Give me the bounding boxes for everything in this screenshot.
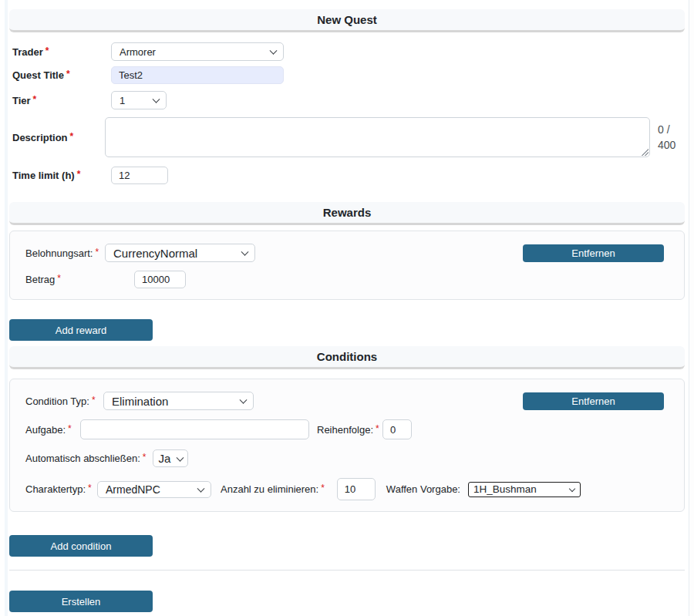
chevron-down-icon bbox=[240, 396, 248, 404]
weapon-select-value: 1H_Bushman bbox=[473, 483, 537, 495]
quest-title-input[interactable] bbox=[111, 66, 284, 84]
scrollbar[interactable] bbox=[689, 0, 694, 616]
condition-type-label: Condition Typ:* bbox=[25, 396, 103, 407]
reward-amount-input[interactable] bbox=[134, 271, 186, 288]
required-asterisk: * bbox=[33, 94, 37, 105]
required-asterisk: * bbox=[88, 483, 92, 493]
condition-card: Condition Typ:* Elimination Entfernen Au… bbox=[9, 379, 685, 512]
tier-label: Tier* bbox=[9, 95, 111, 106]
reward-type-select-value: CurrencyNormal bbox=[113, 247, 197, 260]
new-quest-section-header: New Quest bbox=[9, 9, 685, 32]
required-asterisk: * bbox=[45, 45, 49, 56]
add-reward-button[interactable]: Add reward bbox=[9, 319, 153, 341]
eliminate-count-input[interactable] bbox=[337, 478, 376, 500]
quest-editor-form: New Quest Trader* Armorer Quest Title* T… bbox=[9, 9, 685, 612]
character-type-select[interactable]: ArmedNPC bbox=[97, 481, 211, 498]
resize-grip-icon[interactable] bbox=[642, 149, 649, 156]
trader-row: Trader* Armorer bbox=[9, 42, 685, 61]
task-input[interactable] bbox=[80, 419, 309, 439]
rewards-title: Rewards bbox=[323, 206, 372, 219]
add-condition-button[interactable]: Add condition bbox=[9, 535, 153, 557]
eliminate-count-label: Anzahl zu eliminieren:* bbox=[221, 483, 325, 495]
required-asterisk: * bbox=[66, 69, 70, 79]
time-limit-label: Time limit (h)* bbox=[9, 170, 111, 181]
required-asterisk: * bbox=[57, 273, 61, 284]
condition-task-row: Aufgabe:* Reihenfolge:* bbox=[25, 419, 669, 439]
condition-type-select[interactable]: Elimination bbox=[103, 392, 254, 410]
chevron-down-icon bbox=[153, 96, 160, 103]
remove-reward-button[interactable]: Entfernen bbox=[523, 244, 664, 262]
description-row: Description* 0 / 400 bbox=[9, 117, 685, 157]
time-limit-row: Time limit (h)* bbox=[9, 167, 685, 184]
reward-amount-label: Betrag* bbox=[25, 274, 134, 285]
chevron-down-icon bbox=[270, 47, 278, 55]
character-type-label: Charaktertyp:* bbox=[25, 483, 97, 495]
reward-card: Belohnungsart:* CurrencyNormal Entfernen… bbox=[9, 231, 685, 300]
required-asterisk: * bbox=[376, 423, 379, 434]
condition-type-select-value: Elimination bbox=[112, 395, 168, 408]
condition-autocomplete-row: Automatisch abschließen:* Ja bbox=[25, 449, 669, 467]
reward-amount-row: Betrag* bbox=[25, 271, 669, 288]
character-type-select-value: ArmedNPC bbox=[106, 483, 160, 496]
tier-row: Tier* 1 bbox=[9, 91, 685, 109]
reward-type-label: Belohnungsart:* bbox=[25, 247, 105, 259]
time-limit-input[interactable] bbox=[111, 167, 168, 184]
chevron-down-icon bbox=[176, 453, 184, 461]
required-asterisk: * bbox=[143, 452, 147, 463]
order-label: Reihenfolge:* bbox=[317, 424, 382, 436]
tier-select[interactable]: 1 bbox=[111, 91, 167, 109]
condition-elimination-row: Charaktertyp:* ArmedNPC Anzahl zu elimin… bbox=[25, 478, 669, 500]
autocomplete-select-value: Ja bbox=[159, 452, 171, 465]
weapon-label: Waffen Vorgabe: bbox=[386, 483, 460, 495]
remove-condition-button[interactable]: Entfernen bbox=[523, 392, 664, 410]
required-asterisk: * bbox=[92, 395, 96, 406]
weapon-select[interactable]: 1H_Bushman bbox=[468, 482, 581, 497]
description-char-counter: 0 / 400 bbox=[658, 122, 685, 153]
description-textarea-wrap bbox=[105, 117, 650, 157]
condition-type-row: Condition Typ:* Elimination Entfernen bbox=[25, 392, 669, 410]
reward-type-select[interactable]: CurrencyNormal bbox=[105, 244, 255, 262]
required-asterisk: * bbox=[321, 483, 325, 493]
trader-select[interactable]: Armorer bbox=[111, 42, 284, 61]
order-input[interactable] bbox=[382, 419, 412, 439]
chevron-down-icon bbox=[197, 484, 205, 492]
divider bbox=[9, 570, 685, 571]
page-left-gutter bbox=[5, 0, 8, 616]
task-label: Aufgabe:* bbox=[25, 424, 80, 436]
required-asterisk: * bbox=[70, 131, 74, 142]
conditions-title: Conditions bbox=[317, 350, 377, 363]
chevron-down-icon bbox=[241, 248, 249, 256]
trader-select-value: Armorer bbox=[120, 46, 156, 58]
required-asterisk: * bbox=[77, 169, 81, 180]
required-asterisk: * bbox=[68, 423, 72, 434]
rewards-section-header: Rewards bbox=[9, 202, 685, 225]
chevron-down-icon bbox=[569, 485, 575, 491]
conditions-section-header: Conditions bbox=[9, 346, 685, 369]
trader-label: Trader* bbox=[9, 46, 111, 58]
description-label: Description* bbox=[9, 132, 105, 143]
submit-button[interactable]: Erstellen bbox=[9, 591, 153, 612]
autocomplete-select[interactable]: Ja bbox=[153, 449, 188, 467]
quest-title-label: Quest Title* bbox=[9, 69, 111, 81]
autocomplete-label: Automatisch abschließen:* bbox=[25, 453, 147, 464]
description-textarea[interactable] bbox=[105, 117, 650, 157]
required-asterisk: * bbox=[95, 247, 99, 258]
new-quest-title: New Quest bbox=[317, 13, 377, 26]
reward-type-row: Belohnungsart:* CurrencyNormal Entfernen bbox=[25, 244, 669, 262]
quest-title-row: Quest Title* bbox=[9, 66, 685, 84]
tier-select-value: 1 bbox=[120, 95, 125, 106]
